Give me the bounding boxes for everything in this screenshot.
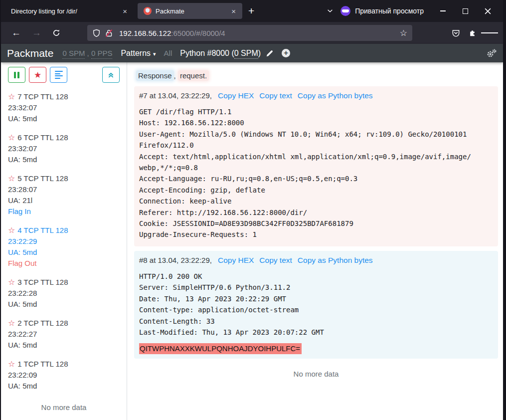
pps-stat: 0 PPS xyxy=(91,49,113,59)
packet-time: 23:22:27 xyxy=(8,329,120,339)
sidebar-no-more-data: No more data xyxy=(8,403,120,412)
packet-flag-label[interactable]: Flag Out xyxy=(8,258,120,268)
sort-lines-icon xyxy=(55,71,63,72)
settings-gears-icon[interactable] xyxy=(486,48,497,58)
packet-star-icon[interactable]: ☆ xyxy=(8,319,15,327)
toolbar-right-icons xyxy=(447,25,498,41)
packet-list-item[interactable]: ☆1 TCP TTL 128 23:22:09 UA: 5md xyxy=(8,359,120,391)
packet-star-icon[interactable]: ☆ xyxy=(8,226,15,234)
packet-user-agent: UA: 5md xyxy=(8,340,120,350)
copy-as-python-bytes-link[interactable]: Copy as Python bytes xyxy=(298,91,373,100)
nav-item-all[interactable]: All xyxy=(164,49,172,57)
copy-text-link[interactable]: Copy text xyxy=(259,91,292,100)
minimize-icon xyxy=(440,10,446,11)
list-tabs-chevron-icon[interactable] xyxy=(320,7,340,14)
packet-star-icon[interactable]: ☆ xyxy=(8,174,15,183)
service-selector[interactable]: Python #8000 (0 SPM) xyxy=(180,49,261,58)
copy-hex-link[interactable]: Copy HEX xyxy=(218,256,254,265)
packet-list-item[interactable]: ☆5 TCP TTL 128 23:28:07 UA: 21l Flag In xyxy=(8,173,120,216)
packet-list-item[interactable]: ☆4 TCP TTL 128 23:22:29 UA: 5md Flag Out xyxy=(8,225,120,268)
packmate-favicon-icon xyxy=(144,7,152,15)
packet-star-icon[interactable]: ☆ xyxy=(8,92,15,101)
forward-icon[interactable]: → xyxy=(26,27,47,38)
patterns-caret-icon: ▾ xyxy=(153,51,156,57)
copy-links: Copy HEXCopy textCopy as Python bytes xyxy=(218,91,373,100)
tab-close-icon[interactable]: × xyxy=(121,7,129,15)
collapse-up-icon xyxy=(107,71,115,79)
collapse-sidebar-button[interactable] xyxy=(102,67,120,83)
tab-packmate[interactable]: Packmate × xyxy=(138,3,242,19)
private-browsing-label: Приватный просмотр xyxy=(355,7,424,15)
packet-list-item[interactable]: ☆6 TCP TTL 128 23:32:07 UA: 5md xyxy=(8,132,120,165)
spm-stat: 0 SPM xyxy=(62,49,85,59)
packet-title: 2 TCP TTL 128 xyxy=(17,319,68,327)
copy-text-link[interactable]: Copy text xyxy=(259,256,292,265)
packet-sidebar: ★ ☆7 TCP TTL 128 23:32:07 UA: 5md ☆6 TCP… xyxy=(1,62,127,420)
url-bar[interactable]: 192.168.56.122:65000/#/8000/4 ☆ xyxy=(87,25,412,41)
packet-user-agent: UA: 5md xyxy=(8,299,120,309)
tab-close-icon[interactable]: × xyxy=(230,7,237,15)
maximize-button[interactable] xyxy=(454,3,477,19)
brand-packmate[interactable]: Packmate xyxy=(7,47,53,59)
traffic-stats: 0 SPM , 0 PPS xyxy=(62,49,112,57)
minimize-button[interactable] xyxy=(432,3,454,19)
tag-response: Response xyxy=(136,70,174,81)
packet-star-icon[interactable]: ☆ xyxy=(8,278,15,286)
packet-detail-label: #7 at 13.04, 23:22:29, xyxy=(139,91,212,100)
packet-detail-label: #8 at 13.04, 23:22:29, xyxy=(139,256,212,264)
content-area: ★ ☆7 TCP TTL 128 23:32:07 UA: 5md ☆6 TCP… xyxy=(1,62,503,420)
packet-time: 23:22:29 xyxy=(8,236,120,246)
packet-list-item[interactable]: ☆2 TCP TTL 128 23:22:27 UA: 5md xyxy=(8,318,120,350)
packet-star-icon[interactable]: ☆ xyxy=(8,133,15,142)
favorite-star-icon: ★ xyxy=(34,70,41,80)
packet-user-agent: UA: 5md xyxy=(8,381,120,391)
pause-icon xyxy=(14,72,16,78)
packet-time: 23:22:28 xyxy=(8,288,120,298)
packet-title: 4 TCP TTL 128 xyxy=(17,226,68,234)
close-window-button[interactable] xyxy=(477,3,499,19)
flag-match-highlight[interactable]: QITWPHNAXXKWULPQNHOAJDYOIHPULFC= xyxy=(139,343,302,354)
packet-time: 23:28:07 xyxy=(8,184,120,195)
extensions-puzzle-icon[interactable] xyxy=(464,25,481,41)
packet-title: 1 TCP TTL 128 xyxy=(17,360,68,368)
packet-time: 23:22:09 xyxy=(8,370,120,380)
tab-directory-listing[interactable]: Directory listing for /dir/ × xyxy=(5,3,134,19)
copy-as-python-bytes-link[interactable]: Copy as Python bytes xyxy=(298,256,373,265)
reload-icon[interactable] xyxy=(47,29,66,37)
service-spm-stat: 0 SPM xyxy=(234,49,258,59)
packet-user-agent: UA: 5md xyxy=(8,113,120,124)
edit-pencil-icon[interactable] xyxy=(266,49,274,57)
new-tab-button[interactable]: + xyxy=(242,5,260,17)
packet-list-item[interactable]: ☆7 TCP TTL 128 23:32:07 UA: 5md xyxy=(8,91,120,124)
pause-capture-button[interactable] xyxy=(8,67,25,83)
back-icon[interactable]: ← xyxy=(6,27,26,38)
copy-links: Copy HEXCopy textCopy as Python bytes xyxy=(218,256,373,265)
packet-user-agent: UA: 5md xyxy=(8,154,120,165)
bookmark-star-icon[interactable]: ☆ xyxy=(400,28,407,38)
insecure-lock-icon[interactable] xyxy=(105,29,113,37)
tab-title: Packmate xyxy=(156,7,226,15)
add-service-button[interactable]: + xyxy=(282,49,290,57)
private-browsing-badge: Приватный просмотр xyxy=(340,6,424,16)
shield-icon[interactable] xyxy=(92,29,101,37)
private-mask-icon xyxy=(340,6,350,16)
pocket-icon[interactable] xyxy=(447,25,464,41)
browser-tab-bar: Directory listing for /dir/ × Packmate ×… xyxy=(1,0,503,22)
packet-time: 23:32:07 xyxy=(8,102,120,113)
favorites-filter-button[interactable]: ★ xyxy=(29,67,46,83)
pattern-match-line: QITWPHNAXXKWULPQNHOAJDYOIHPULFC= xyxy=(139,344,493,353)
sort-lines-button[interactable] xyxy=(50,67,67,83)
packet-list-item[interactable]: ☆3 TCP TTL 128 23:22:28 UA: 5md xyxy=(8,277,120,309)
main-no-more-data: No more data xyxy=(134,370,498,378)
url-text[interactable]: 192.168.56.122:65000/#/8000/4 xyxy=(119,29,225,37)
packet-flag-label[interactable]: Flag In xyxy=(8,206,120,216)
packet-user-agent: UA: 21l xyxy=(8,195,120,206)
patterns-dropdown[interactable]: Patterns▾ xyxy=(121,49,156,58)
packet-star-icon[interactable]: ☆ xyxy=(8,360,15,368)
maximize-icon xyxy=(463,8,468,14)
packet-detail-pane: Response, request. #7 at 13.04, 23:22:29… xyxy=(127,62,503,420)
copy-hex-link[interactable]: Copy HEX xyxy=(218,91,254,100)
packet-detail-block: #7 at 13.04, 23:22:29, Copy HEXCopy text… xyxy=(134,86,498,246)
packet-list: ☆7 TCP TTL 128 23:32:07 UA: 5md ☆6 TCP T… xyxy=(8,91,120,391)
menu-hamburger-icon[interactable] xyxy=(481,25,498,41)
